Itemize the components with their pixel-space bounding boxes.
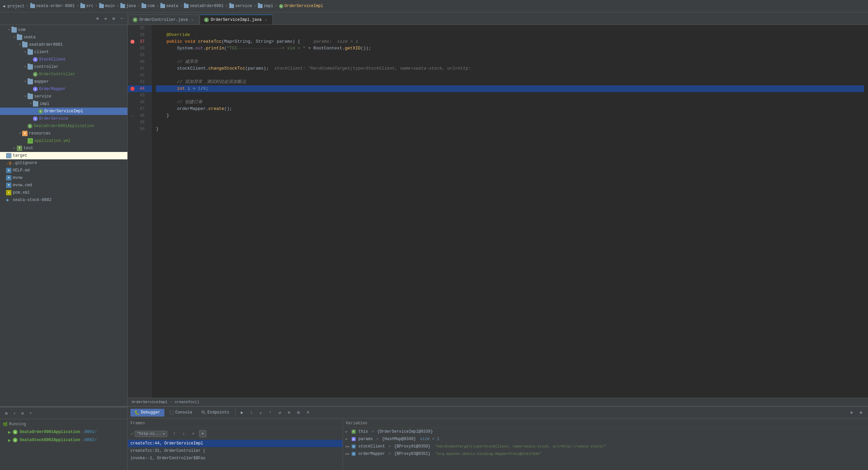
iface-icon-orderservice: I xyxy=(33,116,38,121)
tree-item-seataorder8001app[interactable]: C SeataOrder8001Application xyxy=(0,122,127,130)
tree-item-gitignore[interactable]: .g .gitignore xyxy=(0,159,127,167)
tree-item-orderservice[interactable]: I OrderService xyxy=(0,115,127,122)
tab-orderserviceimpl[interactable]: C OrderServiceImpl.java ✕ xyxy=(200,14,273,25)
debug-tab-debugger[interactable]: 🐛 Debugger xyxy=(130,409,164,416)
tree-label-mapper: mapper xyxy=(34,79,49,84)
class-icon-orderserviceimpl: C xyxy=(38,109,43,114)
bottom-section: ⊞ ⚡ ⊟ + 🌿 Running ▶ S SeataOrder8001Appl… xyxy=(0,406,868,470)
debug-btn-stepover[interactable]: ↓ xyxy=(247,408,256,417)
iface-icon-ordermapper: I xyxy=(33,87,38,91)
tree-item-impl[interactable]: impl xyxy=(0,100,127,107)
tree-label-orderservice: OrderService xyxy=(39,116,68,121)
spring-tb-add-icon[interactable]: + xyxy=(27,409,34,417)
spring-app-port-1[interactable]: :8001/ xyxy=(82,430,96,434)
frames-check-icon: ✓ xyxy=(130,431,133,437)
debug-btn-stepout[interactable]: ↑ xyxy=(266,408,275,417)
frame-item-invoke[interactable]: invoke:-1, OrderController$$Fas xyxy=(128,455,343,462)
frames-step-up[interactable]: ↑ xyxy=(170,429,179,438)
spring-app-seataorder8001[interactable]: ▶ S SeataOrder8001Application :8001/ xyxy=(0,428,127,436)
frame-item-createtcc44[interactable]: createTcc:44, OrderServiceImpl xyxy=(128,440,343,447)
spring-app-port-2[interactable]: :8002/ xyxy=(82,438,96,442)
tree-item-helpmd[interactable]: H HELP.md xyxy=(0,167,127,174)
tree-item-resources[interactable]: R resources xyxy=(0,130,127,137)
spring-app-name-2: SeataStock8002Application xyxy=(20,438,80,442)
tree-item-orderserviceimpl[interactable]: C OrderServiceImpl xyxy=(0,107,127,115)
debug-tabs-separator xyxy=(235,409,236,416)
debug-tab-console[interactable]: ⬛ Console xyxy=(165,409,196,416)
frame-item-createtcc31[interactable]: createTcc:31, OrderController ( xyxy=(128,447,343,455)
debug-tab-endpoints[interactable]: 🔌 Endpoints xyxy=(197,409,233,416)
tree-item-com[interactable]: com xyxy=(0,26,127,34)
ln-47: 47 xyxy=(128,105,152,112)
tree-item-service[interactable]: service xyxy=(0,93,127,100)
debug-btn-table[interactable]: ⊟ xyxy=(294,408,303,417)
tab-ordercontroller[interactable]: C OrderController.java ✕ xyxy=(128,14,199,25)
var-item-this: ▶ t this = {OrderServiceImpl@9339} xyxy=(343,428,868,435)
frames-step-down[interactable]: ↓ xyxy=(180,429,188,438)
sidebar-scroll-icon[interactable]: ⇌ xyxy=(102,15,108,22)
tree-item-target[interactable]: target xyxy=(0,152,127,159)
line-number-gutter: 35 36 37 38 39 xyxy=(128,25,152,398)
tree-item-application-yml[interactable]: 🌿 application.yml xyxy=(0,137,127,145)
code-editor[interactable]: 35 36 37 38 39 xyxy=(128,25,868,398)
tree-arrow-yml xyxy=(23,138,28,143)
breadcrumb-class-icon: C xyxy=(279,4,283,8)
tree-item-ordermapper[interactable]: I OrderMapper xyxy=(0,85,127,93)
frames-add-button[interactable]: + xyxy=(199,430,207,437)
folder-icon-seata xyxy=(17,35,22,40)
spring-app-seatastock8002[interactable]: ▶ S SeataStock8002Application :8002/ xyxy=(0,436,127,444)
debug-btn-mute[interactable]: ⊘ xyxy=(285,408,293,417)
ln-45: 45 xyxy=(128,92,152,99)
debug-corner-expand[interactable]: ⊕ xyxy=(847,408,856,417)
var-type-icon-this: t xyxy=(352,430,356,434)
breadcrumb-folder-icon-1 xyxy=(30,4,35,8)
frames-filter[interactable]: ⚡ xyxy=(189,429,198,438)
thread-dropdown[interactable]: "http-ni... ▾ xyxy=(134,431,167,437)
spring-tb-frames-icon[interactable]: ⊞ xyxy=(3,409,10,417)
tree-item-test[interactable]: T test xyxy=(0,145,127,152)
tab-close-ordercontroller[interactable]: ✕ xyxy=(190,18,195,22)
debug-tab-label-endpoints: Endpoints xyxy=(208,410,229,415)
debug-btn-resume[interactable]: ▶ xyxy=(238,408,246,417)
var-type-icon-params: p xyxy=(352,437,356,441)
spring-app-name-1: SeataOrder8001Application xyxy=(20,430,80,434)
tree-item-seata[interactable]: seata xyxy=(0,34,127,41)
spring-running-icon-2: ▶ xyxy=(8,437,11,443)
var-arrow-ordermapper: ▶▶ xyxy=(346,452,350,456)
sidebar-add-icon[interactable]: ⊕ xyxy=(94,15,100,22)
tree-arrow-test xyxy=(12,146,17,151)
tree-item-mvnw[interactable]: M mvnw xyxy=(0,174,127,182)
tree-item-controller[interactable]: controller xyxy=(0,63,127,71)
tab-close-orderserviceimpl[interactable]: ✕ xyxy=(264,18,268,22)
spring-tb-scroll-icon[interactable]: ⊟ xyxy=(19,409,26,417)
class-icon-ordercontroller: C xyxy=(33,72,38,77)
tree-item-stockclient[interactable]: I StockClient xyxy=(0,56,127,63)
spring-tb-filter-icon[interactable]: ⚡ xyxy=(11,409,18,417)
test-icon: T xyxy=(17,146,22,151)
status-breadcrumb: OrderServiceImpl › createTcc() xyxy=(132,400,199,404)
tree-arrow-service xyxy=(23,94,28,99)
var-val-ordermapper: {$Proxy83@9351} xyxy=(394,451,430,456)
ln-43: 43 xyxy=(128,79,152,85)
var-eq-stockclient: = xyxy=(388,444,391,449)
tree-item-pomxml[interactable]: X pom.xml xyxy=(0,189,127,196)
tree-item-seata-stock-8002[interactable]: ◈ seata-stock-8002 xyxy=(0,196,127,204)
tree-label-service: service xyxy=(34,94,51,99)
sidebar-settings-icon[interactable]: ⚙ xyxy=(111,15,117,22)
tree-item-mvnw-cmd[interactable]: M mvnw.cmd xyxy=(0,182,127,189)
tree-item-ordercontroller[interactable]: C OrderController xyxy=(0,71,127,78)
tree-item-mapper[interactable]: mapper xyxy=(0,78,127,85)
debug-corner-settings2[interactable]: ⚙ xyxy=(857,408,865,417)
debug-btn-settings[interactable]: ≡ xyxy=(304,408,312,417)
code-line-47: orderMapper.create(); xyxy=(156,105,864,112)
app-icon-seataorder8001: S xyxy=(13,430,18,434)
debug-btn-rerun[interactable]: ↺ xyxy=(275,408,284,417)
folder-icon-controller xyxy=(28,64,33,70)
tree-arrow-seata xyxy=(12,35,17,40)
sidebar-minimize-icon[interactable]: — xyxy=(119,15,125,22)
tree-label-seata-stock-8002: seata-stock-8002 xyxy=(13,198,52,202)
var-eq-ordermapper: = xyxy=(388,451,391,456)
tree-item-seataorder8001[interactable]: seataOrder8001 xyxy=(0,41,127,49)
tree-item-client[interactable]: client xyxy=(0,49,127,56)
debug-btn-stepinto[interactable]: ↙ xyxy=(256,408,265,417)
